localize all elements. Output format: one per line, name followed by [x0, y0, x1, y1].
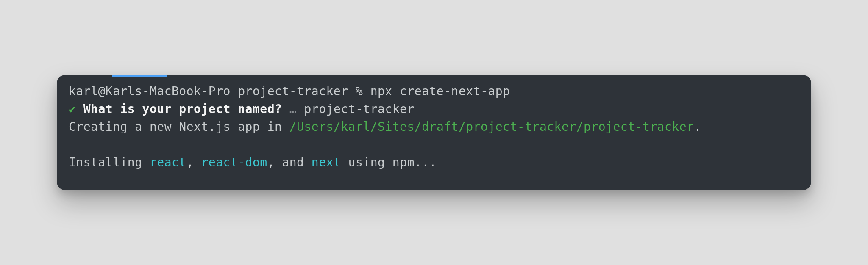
- creating-text: Creating a new Next.js app in: [69, 120, 289, 134]
- shell-prompt: karl@Karls-MacBook-Pro project-tracker %…: [69, 84, 510, 98]
- ellipsis-icon: …: [289, 102, 297, 116]
- installing-line: Installing react, react-dom, and next us…: [69, 154, 799, 171]
- installing-text: Installing: [69, 155, 150, 169]
- using-npm-text: using npm...: [341, 155, 437, 169]
- question-line: ✔ What is your project named? … project-…: [69, 100, 799, 118]
- comma-2: , and: [267, 155, 312, 169]
- prompt-answer: project-tracker: [304, 102, 414, 116]
- project-path: /Users/karl/Sites/draft/project-tracker/…: [289, 120, 694, 134]
- prompt-line: karl@Karls-MacBook-Pro project-tracker %…: [69, 83, 799, 100]
- creating-line: Creating a new Next.js app in /Users/kar…: [69, 118, 799, 136]
- active-tab-indicator: [112, 75, 167, 77]
- checkmark-icon: ✔: [69, 102, 76, 116]
- package-next: next: [312, 155, 341, 169]
- terminal-window[interactable]: karl@Karls-MacBook-Pro project-tracker %…: [57, 75, 811, 190]
- prompt-question: What is your project named?: [83, 102, 282, 116]
- comma-1: ,: [186, 155, 201, 169]
- package-react: react: [150, 155, 186, 169]
- blank-line: [69, 136, 799, 154]
- package-react-dom: react-dom: [201, 155, 267, 169]
- period: .: [694, 120, 701, 134]
